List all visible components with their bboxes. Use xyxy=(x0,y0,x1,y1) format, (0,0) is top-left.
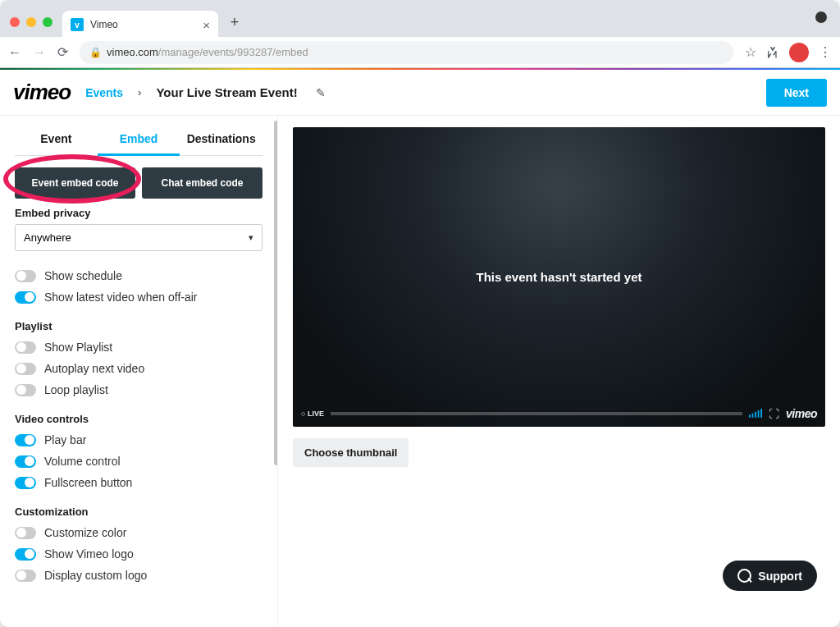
toggle-show-schedule-switch[interactable] xyxy=(15,270,36,282)
vimeo-logo[interactable]: vimeo xyxy=(13,80,71,105)
toggle-volume: Volume control xyxy=(15,455,262,468)
forward-icon[interactable]: → xyxy=(33,45,46,60)
reload-icon[interactable]: ⟳ xyxy=(57,44,68,60)
toggle-custom-logo: Display custom logo xyxy=(15,569,262,582)
close-window[interactable] xyxy=(10,17,20,27)
browser-window: v Vimeo × + ← → ⟳ 🔒 vimeo.com/manage/eve… xyxy=(0,0,840,627)
video-player[interactable]: This event hasn't started yet ○ LIVE ⛶ v… xyxy=(293,127,825,427)
kebab-menu-icon[interactable]: ⋮ xyxy=(819,46,832,59)
embed-privacy-select[interactable]: Anywhere ▾ xyxy=(15,224,262,251)
svg-rect-1 xyxy=(752,413,754,417)
chevron-down-icon: ▾ xyxy=(249,232,253,243)
choose-thumbnail-button[interactable]: Choose thumbnail xyxy=(293,438,409,467)
player-message: This event hasn't started yet xyxy=(477,270,642,284)
tab-event[interactable]: Event xyxy=(15,124,98,156)
event-embed-code-button[interactable]: Event embed code xyxy=(15,167,135,199)
scrollbar[interactable] xyxy=(274,121,277,465)
minimize-window[interactable] xyxy=(26,17,36,27)
fullscreen-icon[interactable]: ⛶ xyxy=(769,408,779,420)
progress-bar[interactable] xyxy=(331,412,742,415)
tab-embed[interactable]: Embed xyxy=(98,124,180,156)
back-icon[interactable]: ← xyxy=(8,45,21,60)
browser-toolbar: ← → ⟳ 🔒 vimeo.com/manage/events/993287/e… xyxy=(0,37,840,68)
svg-rect-4 xyxy=(760,409,762,418)
tab-title: Vimeo xyxy=(90,19,118,30)
toggle-play-bar-switch[interactable] xyxy=(15,434,36,446)
vimeo-watermark: vimeo xyxy=(786,407,817,420)
video-controls-header: Video controls xyxy=(15,413,262,425)
toggle-play-bar: Play bar xyxy=(15,433,262,446)
support-button[interactable]: Support xyxy=(723,561,817,591)
svg-rect-2 xyxy=(755,411,756,417)
live-indicator: ○ LIVE xyxy=(301,410,324,418)
toggle-custom-color-switch[interactable] xyxy=(15,527,36,539)
url-path: /manage/events/993287/embed xyxy=(158,46,308,58)
toggle-fullscreen: Fullscreen button xyxy=(15,476,262,489)
url-domain: vimeo.com xyxy=(107,46,158,58)
chat-bubble-icon xyxy=(737,569,751,583)
toggle-volume-label: Volume control xyxy=(44,455,121,468)
toggle-custom-logo-switch[interactable] xyxy=(15,570,36,582)
embed-code-buttons: Event embed code Chat embed code xyxy=(15,167,262,199)
lock-icon: 🔒 xyxy=(89,47,102,58)
svg-rect-3 xyxy=(758,410,760,418)
settings-sidebar: Event Embed Destinations Event embed cod… xyxy=(0,116,277,627)
toggle-fullscreen-switch[interactable] xyxy=(15,477,36,489)
close-tab-icon[interactable]: × xyxy=(203,18,210,32)
preview-pane: This event hasn't started yet ○ LIVE ⛶ v… xyxy=(277,116,840,627)
chrome-tabstrip: v Vimeo × + ← → ⟳ 🔒 vimeo.com/manage/eve… xyxy=(0,0,840,68)
window-indicator-dot xyxy=(815,11,827,23)
extension-icon[interactable] xyxy=(766,46,779,59)
toggle-show-schedule-label: Show schedule xyxy=(44,269,122,282)
browser-tab[interactable]: v Vimeo × xyxy=(62,11,218,39)
app-header: vimeo Events › Your Live Stream Event! ✎… xyxy=(0,70,840,116)
toggle-custom-color-label: Customize color xyxy=(44,526,126,539)
svg-rect-0 xyxy=(749,414,751,418)
chevron-right-icon: › xyxy=(138,86,141,98)
settings-tabs: Event Embed Destinations xyxy=(15,124,262,156)
customization-header: Customization xyxy=(15,506,262,518)
toggle-show-playlist-label: Show Playlist xyxy=(44,341,112,354)
toggle-volume-switch[interactable] xyxy=(15,455,36,468)
toggle-autoplay-next: Autoplay next video xyxy=(15,362,262,375)
maximize-window[interactable] xyxy=(43,17,52,27)
bookmark-star-icon[interactable]: ☆ xyxy=(745,44,756,60)
toggle-latest-offair: Show latest video when off-air xyxy=(15,291,262,304)
embed-privacy-label: Embed privacy xyxy=(15,207,262,219)
toggle-autoplay-next-switch[interactable] xyxy=(15,363,36,375)
edit-title-icon[interactable]: ✎ xyxy=(316,86,326,99)
toggle-latest-offair-label: Show latest video when off-air xyxy=(44,291,198,304)
signal-bars-icon[interactable] xyxy=(749,409,762,419)
main-content: Event Embed Destinations Event embed cod… xyxy=(0,116,840,627)
toggle-loop-playlist: Loop playlist xyxy=(15,383,262,396)
new-tab-button[interactable]: + xyxy=(223,11,246,34)
address-bar[interactable]: 🔒 vimeo.com/manage/events/993287/embed xyxy=(80,41,733,64)
toggle-fullscreen-label: Fullscreen button xyxy=(44,476,132,489)
tab-destinations[interactable]: Destinations xyxy=(180,124,262,156)
toggle-show-playlist-switch[interactable] xyxy=(15,341,36,354)
toggle-latest-offair-switch[interactable] xyxy=(15,291,36,304)
playlist-header: Playlist xyxy=(15,320,262,332)
breadcrumb-title: Your Live Stream Event! xyxy=(156,85,297,99)
support-label: Support xyxy=(758,570,802,583)
toggle-custom-color: Customize color xyxy=(15,526,262,539)
toggle-play-bar-label: Play bar xyxy=(44,433,86,446)
vimeo-favicon: v xyxy=(71,18,84,31)
toggle-show-playlist: Show Playlist xyxy=(15,341,262,354)
chat-embed-code-button[interactable]: Chat embed code xyxy=(142,167,262,199)
breadcrumb-events-link[interactable]: Events xyxy=(85,86,123,99)
toggle-loop-playlist-switch[interactable] xyxy=(15,384,36,396)
toggle-autoplay-next-label: Autoplay next video xyxy=(44,362,144,375)
toggle-custom-logo-label: Display custom logo xyxy=(44,569,147,582)
toggle-show-schedule: Show schedule xyxy=(15,269,262,282)
player-controls: ○ LIVE ⛶ vimeo xyxy=(301,407,817,420)
toggle-show-logo-switch[interactable] xyxy=(15,548,36,561)
profile-avatar[interactable] xyxy=(789,43,809,62)
next-button[interactable]: Next xyxy=(766,79,827,107)
toggle-show-logo: Show Vimeo logo xyxy=(15,547,262,561)
toggle-show-logo-label: Show Vimeo logo xyxy=(44,547,134,561)
window-controls xyxy=(10,17,52,27)
toggle-loop-playlist-label: Loop playlist xyxy=(44,383,108,396)
embed-privacy-value: Anywhere xyxy=(24,231,71,244)
